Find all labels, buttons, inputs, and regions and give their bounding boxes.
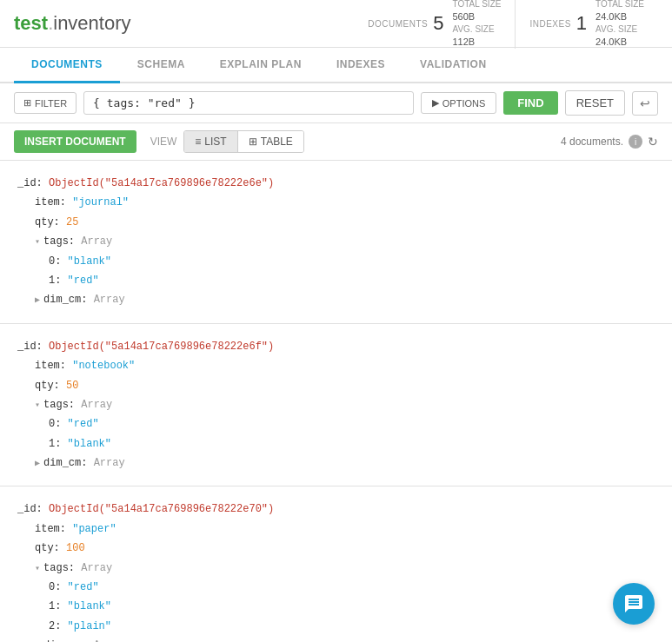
indexes-count: 1 [576,12,587,35]
doc-qty-field: qty: 25 [35,214,655,231]
doc-qty-field: qty: 100 [35,539,655,557]
list-icon: ≡ [195,136,201,148]
find-button[interactable]: FIND [503,91,557,115]
app-logo: test.inventory [14,12,131,35]
documents-sub-stats: TOTAL SIZE 560B AVG. SIZE 112B [452,0,501,49]
reset-button[interactable]: RESET [565,90,625,116]
doc-dim-field: ▶dim_cm: Array [35,454,655,472]
indexes-sub-stats: TOTAL SIZE 24.0KB AVG. SIZE 24.0KB [595,0,644,49]
filter-button[interactable]: ⊞ FILTER [14,92,77,114]
doc-tags-field: ▾tags: Array [35,233,655,250]
chat-bubble[interactable] [613,583,655,625]
table-row: _id: ObjectId("5a14a17ca769896e78222e70"… [0,486,672,642]
doc-tag-item: 0: "red" [49,579,655,596]
documents-list: _id: ObjectId("5a14a17ca769896e78222e6e"… [0,161,672,642]
action-bar: INSERT DOCUMENT VIEW ≡ LIST ⊞ TABLE 4 do… [0,123,672,161]
doc-id-field: _id: ObjectId("5a14a17ca769896e78222e6f"… [17,338,655,355]
document-count: 4 documents. i ↻ [561,135,658,149]
indexes-total-size-label: TOTAL SIZE [595,0,644,10]
avg-size-label: AVG. SIZE [452,23,501,36]
indexes-stat: INDEXES 1 TOTAL SIZE 24.0KB AVG. SIZE 24… [515,0,658,49]
doc-tag-item: 0: "blank" [49,253,655,270]
doc-tag-item: 2: "plain" [49,618,655,635]
table-icon: ⊞ [249,136,257,148]
header-stats: DOCUMENTS 5 TOTAL SIZE 560B AVG. SIZE 11… [354,0,658,49]
main-tabs: DOCUMENTS SCHEMA EXPLAIN PLAN INDEXES VA… [0,48,672,83]
view-label: VIEW [150,136,177,148]
indexes-avg-size: 24.0KB [595,36,644,49]
indexes-total-size: 24.0KB [595,10,644,23]
view-toggle: ≡ LIST ⊞ TABLE [183,130,303,153]
info-icon[interactable]: i [629,135,642,149]
tab-schema[interactable]: SCHEMA [120,48,203,83]
filter-label: FILTER [35,98,67,109]
doc-tags-field: ▾tags: Array [35,396,655,414]
indexes-label: INDEXES [529,19,570,29]
doc-tag-item: 0: "red" [49,415,655,433]
filter-toolbar: ⊞ FILTER ▶ OPTIONS FIND RESET ↩ [0,83,672,123]
doc-qty-field: qty: 50 [35,377,655,394]
doc-dim-field: ▶dim_cm: Array [35,291,655,308]
undo-button[interactable]: ↩ [632,91,658,116]
indexes-avg-size-label: AVG. SIZE [595,23,644,36]
doc-item-field: item: "paper" [35,520,655,538]
options-arrow-icon: ▶ [432,97,439,109]
documents-label: DOCUMENTS [368,19,428,29]
logo-test: test [14,12,48,34]
doc-tag-item: 1: "blank" [49,598,655,615]
doc-id-field: _id: ObjectId("5a14a17ca769896e78222e70"… [17,500,655,518]
refresh-icon[interactable]: ↻ [648,135,658,149]
options-label: OPTIONS [442,98,486,109]
tab-indexes[interactable]: INDEXES [319,48,403,83]
documents-count: 5 [433,12,443,35]
options-button[interactable]: ▶ OPTIONS [421,92,497,114]
insert-document-button[interactable]: INSERT DOCUMENT [14,130,136,153]
filter-input[interactable] [83,91,414,115]
app-header: test.inventory DOCUMENTS 5 TOTAL SIZE 56… [0,0,672,48]
table-label: TABLE [261,136,293,148]
doc-tags-field: ▾tags: Array [35,559,655,577]
total-size-label: TOTAL SIZE [452,0,501,10]
tab-documents[interactable]: DOCUMENTS [14,48,120,83]
documents-total-size: 560B [452,10,501,23]
table-view-button[interactable]: ⊞ TABLE [237,131,303,152]
doc-tag-item: 1: "red" [49,272,655,289]
tab-validation[interactable]: VALIDATION [403,48,504,83]
logo-inventory: inventory [53,12,130,34]
chat-icon [623,593,644,614]
doc-item-field: item: "notebook" [35,357,655,374]
documents-stat: DOCUMENTS 5 TOTAL SIZE 560B AVG. SIZE 11… [354,0,515,49]
list-view-button[interactable]: ≡ LIST [184,131,236,152]
filter-icon: ⊞ [23,97,31,109]
doc-dim-field: ▶dim_cm: Array [35,637,655,642]
doc-count-value: 4 documents. [561,136,623,148]
doc-id-field: _id: ObjectId("5a14a17ca769896e78222e6e"… [17,175,655,192]
tab-explain-plan[interactable]: EXPLAIN PLAN [203,48,319,83]
table-row: _id: ObjectId("5a14a17ca769896e78222e6f"… [0,324,672,487]
doc-tag-item: 1: "blank" [49,435,655,453]
table-row: _id: ObjectId("5a14a17ca769896e78222e6e"… [0,161,672,324]
doc-item-field: item: "journal" [35,194,655,211]
list-label: LIST [204,136,226,148]
